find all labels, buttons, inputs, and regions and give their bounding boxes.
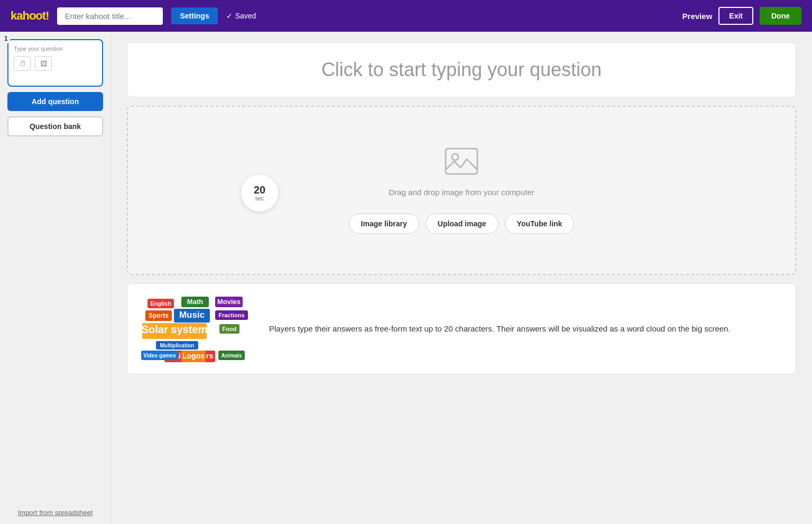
import-from-spreadsheet-link[interactable]: Import from spreadsheet [7, 509, 103, 517]
svg-rect-0 [446, 149, 477, 174]
svg-text:Sports: Sports [149, 312, 169, 319]
svg-text:Music: Music [179, 310, 205, 320]
preview-button[interactable]: Preview [682, 12, 713, 21]
saved-indicator: Saved [226, 12, 256, 20]
svg-text:Solar system: Solar system [142, 324, 208, 335]
timer-value: 20 [254, 185, 265, 195]
svg-text:Fractions: Fractions [218, 312, 245, 318]
top-nav: kahoot! Settings Saved Preview Exit Done [0, 0, 812, 32]
word-cloud-visual: Math English Movies Sports Music Fractio [140, 295, 256, 363]
card-icons: ⏱ 🖼 [14, 56, 97, 71]
svg-text:Multiplication: Multiplication [160, 343, 194, 348]
svg-text:Animals: Animals [222, 353, 242, 358]
svg-point-1 [452, 154, 458, 160]
question-placeholder-text: Click to start typing your question [321, 59, 602, 80]
logo-text: kahoot [11, 9, 45, 22]
main-layout: 1 Type your question ⏱ 🖼 Add question Qu… [0, 32, 812, 524]
timer-circle[interactable]: 20 sec [241, 174, 278, 212]
logo: kahoot! [11, 9, 49, 23]
drag-drop-text: Drag and drop image from your computer [389, 188, 534, 197]
image-icon-small: 🖼 [35, 56, 52, 71]
upload-image-button[interactable]: Upload image [426, 214, 499, 234]
image-library-button[interactable]: Image library [349, 214, 419, 234]
word-cloud-description: Players type their answers as free-form … [269, 323, 731, 335]
svg-text:Movies: Movies [217, 298, 241, 306]
add-question-button[interactable]: Add question [7, 92, 103, 111]
svg-text:Logos: Logos [182, 352, 205, 360]
question-number: 1 [2, 34, 10, 43]
timer-unit: sec [255, 195, 264, 201]
sidebar: 1 Type your question ⏱ 🖼 Add question Qu… [0, 32, 111, 524]
kahoot-title-input[interactable] [57, 7, 163, 25]
svg-text:Math: Math [187, 298, 203, 306]
done-button[interactable]: Done [760, 7, 801, 25]
logo-exclaim: ! [45, 9, 49, 22]
settings-button[interactable]: Settings [171, 7, 217, 24]
question-card-title: Type your question [14, 45, 97, 52]
nav-right: Preview Exit Done [682, 7, 801, 25]
question-bank-button[interactable]: Question bank [7, 116, 103, 136]
youtube-link-button[interactable]: YouTube link [505, 214, 575, 234]
word-cloud-promo: Math English Movies Sports Music Fractio [127, 283, 796, 374]
image-dropzone[interactable]: Drag and drop image from your computer I… [127, 106, 796, 275]
question-heading-box[interactable]: Click to start typing your question [127, 42, 796, 97]
image-placeholder-icon [445, 148, 478, 181]
timer-icon: ⏱ [14, 56, 31, 71]
question-card-1[interactable]: 1 Type your question ⏱ 🖼 [7, 39, 103, 87]
svg-text:Food: Food [223, 326, 237, 332]
svg-text:English: English [150, 300, 171, 307]
image-buttons: Image library Upload image YouTube link [349, 214, 575, 234]
svg-text:Video games: Video games [143, 353, 176, 358]
exit-button[interactable]: Exit [718, 7, 753, 25]
content-area: 20 sec Click to start typing your questi… [111, 32, 812, 524]
